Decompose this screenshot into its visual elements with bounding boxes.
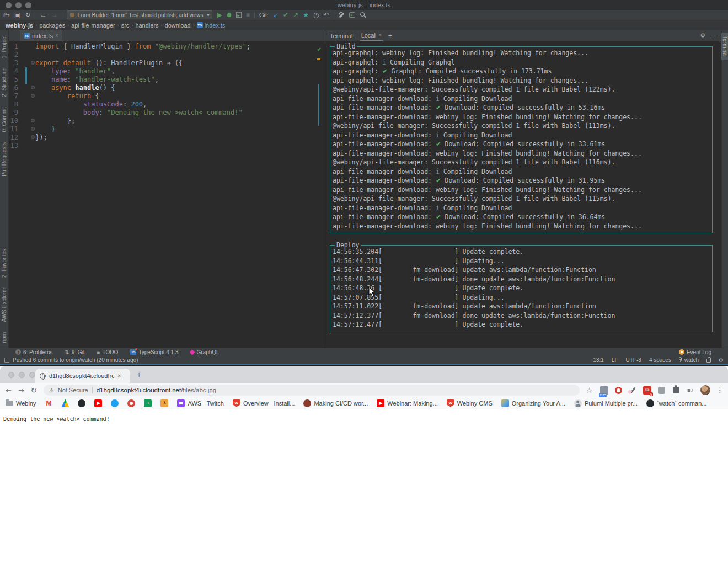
price-tracker-extension-icon[interactable]: 2.25 xyxy=(600,386,608,395)
lock-icon[interactable] xyxy=(706,359,711,363)
bookmark-item[interactable]: AWS - Twitch xyxy=(177,399,223,407)
search-everywhere-icon[interactable] xyxy=(360,12,366,18)
terminal-settings-gear-icon[interactable]: ⚙ xyxy=(700,32,705,39)
event-log-button[interactable]: Event Log xyxy=(679,349,711,355)
minimize-window-button[interactable] xyxy=(19,372,25,378)
toolbar-item-todo[interactable]: ≡TODO xyxy=(97,349,119,355)
breadcrumb-item[interactable]: handlers xyxy=(135,22,158,29)
settings-wrench-icon[interactable] xyxy=(339,12,345,18)
file-encoding[interactable]: UTF-8 xyxy=(626,357,641,363)
fold-marker-icon[interactable] xyxy=(31,119,35,122)
toolbar-item-git[interactable]: ⇅9: Git xyxy=(65,349,84,355)
bookmark-item[interactable]: wOverview - Install... xyxy=(233,399,295,407)
stop-button[interactable]: ■ xyxy=(246,11,250,19)
run-anything-icon[interactable]: ▶ xyxy=(349,12,355,18)
breadcrumb-item[interactable]: download xyxy=(165,22,191,29)
toolbar-item-graphql[interactable]: GraphQL xyxy=(190,349,219,355)
sidebar-item-npm[interactable]: npm xyxy=(1,332,7,343)
git-commit-icon[interactable]: ✔ xyxy=(283,11,288,19)
browser-tab[interactable]: d1hgd8csopkt4i.cloudfront.ne × xyxy=(35,369,130,383)
bookmark-item[interactable]: λ xyxy=(160,399,168,407)
extensions-puzzle-icon[interactable] xyxy=(672,386,680,395)
color-picker-extension-icon[interactable] xyxy=(629,386,637,395)
run-configuration-select[interactable]: Form Builder "Form" Test.should publish,… xyxy=(67,10,212,19)
fold-marker-icon[interactable] xyxy=(31,127,35,131)
forward-icon[interactable]: → xyxy=(51,11,57,19)
save-icon[interactable]: ▣ xyxy=(14,11,20,19)
bookmark-item[interactable]: ▶ xyxy=(94,399,102,407)
not-secure-warning-icon[interactable]: ⚠ xyxy=(49,387,54,393)
sidebar-item--project[interactable]: 1: Project xyxy=(1,35,7,58)
zoom-window-button[interactable] xyxy=(29,372,35,378)
mail-extension-icon[interactable]: ✉5 xyxy=(643,386,651,395)
run-button[interactable]: ▶ xyxy=(217,11,222,19)
address-bar[interactable]: ⚠ Not Secure d1hgd8csopkt4i.cloudfront.n… xyxy=(44,385,580,396)
bookmark-item[interactable]: Webiny xyxy=(6,400,36,407)
debug-button[interactable] xyxy=(227,12,232,18)
new-terminal-icon[interactable]: + xyxy=(388,31,393,40)
toolbar-item-problems[interactable]: !6: Problems xyxy=(15,349,52,355)
reload-icon[interactable]: ↻ xyxy=(31,386,37,395)
editor-tab-index-ts[interactable]: TS index.ts × xyxy=(20,30,62,41)
profile-avatar[interactable] xyxy=(700,385,710,395)
bookmark-item[interactable] xyxy=(111,399,119,407)
back-icon[interactable]: ← xyxy=(40,11,46,19)
bookmark-star-icon[interactable]: ☆ xyxy=(586,386,593,395)
gray-extension-icon[interactable] xyxy=(657,386,666,395)
fold-marker-icon[interactable] xyxy=(31,135,35,139)
breadcrumb-item[interactable]: api-file-manager xyxy=(71,22,115,29)
terminal-tab-local[interactable]: Local × xyxy=(360,30,383,41)
back-icon[interactable]: ← xyxy=(6,386,12,395)
terminal-minimize-icon[interactable]: — xyxy=(711,32,717,39)
fold-marker-icon[interactable] xyxy=(31,86,35,89)
bookmark-item[interactable]: `watch` comman... xyxy=(646,399,706,407)
blocker-extension-icon[interactable] xyxy=(614,386,623,395)
bookmark-item[interactable]: Pulumi Multiple pr... xyxy=(574,399,638,407)
git-branch-widget[interactable]: watch xyxy=(679,357,699,363)
sidebar-item--commit[interactable]: 0: Commit xyxy=(1,107,7,132)
fold-marker-icon[interactable] xyxy=(31,94,35,98)
sidebar-item-pull-requests[interactable]: Pull Requests xyxy=(1,142,7,177)
bookmark-item[interactable]: Organizing Your A... xyxy=(501,399,565,407)
bookmark-item[interactable] xyxy=(78,399,85,407)
run-coverage-button[interactable]: ▶ xyxy=(236,12,242,18)
breadcrumb-item[interactable]: packages xyxy=(39,22,65,29)
sidebar-item-aws-explorer[interactable]: AWS Explorer xyxy=(1,287,7,322)
playlist-extension-icon[interactable]: ≡♪ xyxy=(686,386,694,395)
close-icon[interactable]: × xyxy=(378,32,382,38)
new-tab-button[interactable]: + xyxy=(137,370,141,379)
bookmark-item[interactable] xyxy=(127,399,135,407)
bookmark-item[interactable]: + xyxy=(144,399,152,407)
browser-menu-icon[interactable]: ⋮ xyxy=(716,386,723,394)
toolbar-item-ts[interactable]: TSTypeScript 4.1.3 xyxy=(130,349,178,355)
git-cherry-pick-icon[interactable]: ★ xyxy=(303,11,309,19)
history-icon[interactable]: ◷ xyxy=(313,11,319,19)
bookmark-item[interactable] xyxy=(61,399,69,407)
bookmark-item[interactable]: M xyxy=(45,399,52,407)
breadcrumb-item[interactable]: TSindex.ts xyxy=(197,22,226,29)
close-icon[interactable]: × xyxy=(117,372,121,379)
close-window-button[interactable] xyxy=(8,372,14,378)
code-editor[interactable]: 12345678910111213 import { HandlerPlugin… xyxy=(9,41,325,348)
bookmark-item[interactable]: ▶Webinar: Making... xyxy=(377,399,438,407)
sidebar-item-terminal[interactable]: Terminal xyxy=(721,33,728,60)
terminal-console[interactable]: Build api-graphql: webiny log: Finished … xyxy=(325,41,721,348)
git-push-icon[interactable]: ↗ xyxy=(293,11,298,19)
bookmark-item[interactable]: Making CI/CD wor... xyxy=(303,399,368,407)
forward-icon[interactable]: → xyxy=(18,386,24,395)
close-icon[interactable]: × xyxy=(55,33,58,39)
undo-icon[interactable]: ↶ xyxy=(323,11,329,19)
settings-gear-icon[interactable]: ⚙ xyxy=(719,357,724,363)
breadcrumb-item[interactable]: src xyxy=(121,22,130,29)
fold-marker-icon[interactable] xyxy=(31,61,35,65)
tool-window-toggle-icon[interactable] xyxy=(4,358,9,363)
git-update-icon[interactable]: ↙ xyxy=(273,11,279,19)
sync-icon[interactable]: ↻ xyxy=(25,11,30,19)
sidebar-item--structure[interactable]: 2: Structure xyxy=(1,68,7,97)
open-folder-icon[interactable]: 🗁 xyxy=(3,11,10,19)
indent-setting[interactable]: 4 spaces xyxy=(649,357,671,363)
line-separator[interactable]: LF xyxy=(612,357,618,363)
bookmark-item[interactable]: wWebiny CMS xyxy=(447,399,493,407)
sidebar-item--favorites[interactable]: 2: Favorites xyxy=(1,249,7,278)
caret-position[interactable]: 13:1 xyxy=(593,357,603,363)
